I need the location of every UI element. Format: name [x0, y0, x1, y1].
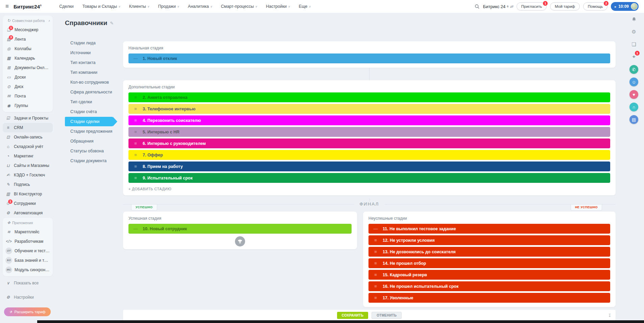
sidebar-item[interactable]: ◉ Группы — [3, 101, 52, 110]
drag-handle-icon[interactable]: ≡ — [368, 295, 383, 300]
stage-bar[interactable]: ≡ 4. Перезвонить соискателю — [128, 115, 610, 125]
ref-menu-item[interactable]: Стадии сделки — [65, 117, 113, 126]
sidebar-item[interactable]: ☑ Задачи и Проекты — [3, 113, 53, 123]
ref-menu-item[interactable]: Источники — [65, 48, 113, 58]
drag-handle-icon[interactable]: ≡ — [368, 249, 383, 254]
sidebar-item[interactable]: ≋ Маркетплейс — [3, 227, 52, 237]
drag-handle-icon[interactable]: ≡ — [128, 106, 143, 111]
sidebar-item[interactable]: ✎ Подпись — [3, 180, 53, 189]
drag-handle-icon[interactable]: ≡ — [128, 152, 143, 157]
sidebar-item[interactable]: ≡ CRM — [3, 123, 53, 132]
ref-menu-item[interactable]: Кол-во сотрудников — [65, 78, 113, 87]
ref-menu-item[interactable]: Статусы обзвона — [65, 146, 113, 156]
drag-handle-icon[interactable]: ≡ — [368, 272, 383, 277]
topbar-pill-button[interactable]: Помощь2 — [583, 2, 607, 10]
edit-title-icon[interactable]: ✎ — [110, 21, 114, 26]
sidebar-item[interactable]: ⊙ Диск — [3, 82, 52, 91]
sidebar-item[interactable]: ❏ Мессенджер 1 — [3, 25, 52, 35]
drag-handle-icon[interactable]: ≡ — [368, 238, 383, 243]
sidebar-item[interactable]: ◔ Маркетинг — [3, 151, 53, 161]
sidebar-item[interactable]: ▦ Календарь — [3, 53, 52, 63]
sidebar-item[interactable]: ✉ Почта — [3, 91, 52, 101]
sidebar-show-all[interactable]: ∨ Показать все — [3, 278, 53, 288]
save-button[interactable]: СОХРАНИТЬ — [337, 312, 368, 319]
stage-bar[interactable]: ≡ 16. Не прошел испытательный срок — [368, 281, 610, 291]
sidebar-section-header[interactable]: ↻ Совместная работа ∧ — [3, 16, 52, 25]
drag-handle-icon[interactable]: — — [368, 226, 383, 231]
stage-bar[interactable]: ≡ 15. Кадровый резерв — [368, 270, 610, 280]
app-logo[interactable]: Битрикс24® — [14, 4, 42, 9]
sidebar-item[interactable]: ✍ КЭДО + Госключ — [3, 170, 53, 180]
stage-bar[interactable]: ≡ 17. Уволенные — [368, 293, 610, 303]
stage-bar[interactable]: ≡ 8. Прием на работу — [128, 162, 610, 171]
ref-menu-item[interactable]: Стадии лида — [65, 38, 113, 48]
portal-name[interactable]: Битрикс 24®⇄ — [483, 4, 513, 9]
sidebar-item[interactable]: МС Модуль синхрониза... — [3, 265, 52, 275]
drag-handle-icon[interactable]: ≡ — [128, 141, 143, 146]
pin-panel-icon[interactable]: ↧ — [608, 313, 612, 318]
ref-menu-item[interactable]: Обращения — [65, 136, 113, 146]
sidebar-item[interactable]: ⊞ Документы Онлайн — [3, 63, 52, 72]
drag-handle-icon[interactable]: ≡ — [128, 118, 143, 123]
ref-menu-item[interactable]: Сфера деятельности — [65, 87, 113, 97]
stage-bar[interactable]: ≡ 7. Оффер — [128, 150, 610, 160]
drag-handle-icon[interactable]: — — [128, 56, 143, 61]
drag-handle-icon[interactable]: ≡ — [128, 95, 143, 100]
ref-menu-item[interactable]: Стадии счёта — [65, 107, 113, 116]
upgrade-plan-button[interactable]: ✈ Расширить тариф — [4, 307, 51, 316]
sidebar-item[interactable]: ⚙ Автоматизация — [3, 208, 53, 218]
top-nav-item[interactable]: Еще∨ — [299, 4, 311, 9]
stage-bar[interactable]: ≡ 12. Не устроили условия — [368, 235, 610, 245]
ref-menu-item[interactable]: Тип компании — [65, 68, 113, 77]
sidebar-item[interactable]: ▤ Лента 3 — [3, 35, 52, 44]
add-stage-button[interactable]: + ДОБАВИТЬ СТАДИЮ — [128, 187, 171, 191]
top-nav-item[interactable]: Продажи∨ — [158, 4, 179, 9]
drag-handle-icon[interactable]: ≡ — [128, 175, 143, 180]
ref-menu-item[interactable]: Тип сделки — [65, 97, 113, 107]
drag-handle-icon[interactable]: ≡ — [128, 129, 143, 134]
sidebar-item[interactable]: ⊡ Онлайн-запись — [3, 132, 53, 142]
top-nav-item[interactable]: Сделки — [59, 4, 74, 9]
drag-handle-icon[interactable]: ≡ — [368, 284, 383, 289]
drag-handle-icon[interactable]: ≡ — [128, 164, 143, 169]
sidebar-item[interactable]: ▥ BI Конструктор — [3, 189, 53, 199]
settings-icon[interactable]: ⚙ — [629, 27, 638, 36]
cancel-button[interactable]: ОТМЕНИТЬ — [372, 312, 402, 319]
drag-handle-icon[interactable]: ≡ — [368, 261, 383, 266]
book-icon[interactable]: ▤ — [629, 115, 638, 124]
sidebar-item[interactable]: БЗ База знаний и тести... — [3, 256, 52, 265]
sidebar-section-header[interactable]: ❖ Приложения — [3, 218, 52, 227]
notifications-bell-icon[interactable] — [629, 15, 638, 24]
sidebar-settings[interactable]: ⚙ Настройки — [3, 293, 53, 302]
top-nav-item[interactable]: Смарт-процессы∨ — [221, 4, 257, 9]
sidebar-item[interactable]: ⌂ Складской учёт — [3, 142, 53, 151]
phone-icon[interactable]: ✆ — [629, 65, 638, 74]
sidebar-item[interactable]: ОТ Обучение и тестиро... — [3, 246, 52, 256]
ref-menu-item[interactable]: Тип контакта — [65, 58, 113, 67]
stage-bar[interactable]: ≡ 2. Анкета отправлена — [128, 92, 610, 102]
menu-burger-icon[interactable]: ≡ — [5, 3, 9, 10]
sidebar-item[interactable]: ☺ Сотрудники 1 — [3, 199, 53, 208]
sidebar-item[interactable]: ⊔ Сайты и Магазины — [3, 161, 53, 170]
topbar-pill-button[interactable]: Пригласить1 — [517, 2, 547, 10]
top-nav-item[interactable]: Товары и Склады∨ — [82, 4, 120, 9]
support-icon[interactable]: ∩ — [629, 103, 638, 111]
search-icon[interactable] — [475, 4, 480, 9]
sidebar-item[interactable]: ◎ Коллабы — [3, 44, 52, 53]
stage-bar[interactable]: — 10. Новый сотрудник — [128, 224, 352, 234]
top-nav-item[interactable]: Клиенты∨ — [129, 4, 149, 9]
ai-assistant-icon[interactable]: ✦ 1 — [629, 52, 638, 61]
chat-icon[interactable]: ❏ — [629, 40, 638, 49]
topbar-pill-button[interactable]: Мой тариф — [550, 2, 580, 10]
sidebar-item[interactable]: ▭ Доски — [3, 72, 52, 82]
drag-handle-icon[interactable]: — — [128, 226, 143, 231]
stage-bar[interactable]: ≡ 14. Не прошел отбор — [368, 258, 610, 268]
stage-bar[interactable]: ≡ 5. Интервью с HR — [128, 127, 610, 137]
stage-bar[interactable]: — 11. Не выполнил тестовое задание — [368, 224, 610, 234]
stage-bar[interactable]: — 1. Новый отклик — [128, 53, 610, 63]
stage-bar[interactable]: ≡ 3. Телефонное интервью — [128, 104, 610, 114]
switch-portal-icon[interactable]: ⇄ — [510, 4, 513, 9]
top-nav-item[interactable]: Настройки∨ — [266, 4, 290, 9]
stage-bar[interactable]: ≡ 6. Интервью с руководителем — [128, 138, 610, 148]
stage-bar[interactable]: ≡ 13. Не дозвонились до соискателя — [368, 247, 610, 257]
